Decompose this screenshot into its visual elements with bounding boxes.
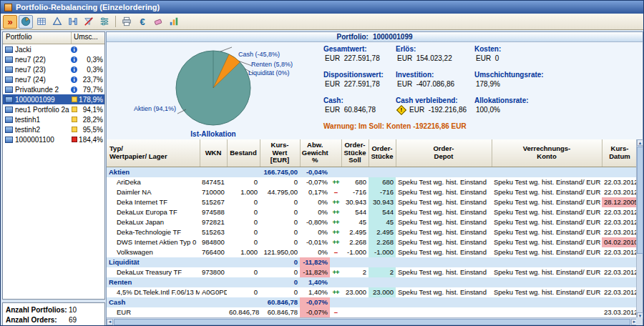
column-header[interactable]: Kurs- Wert [EUR] [260,139,300,167]
umschichtung-value: 0,3% [77,56,103,64]
umschichtung-column-header[interactable]: Umsc... [72,32,104,44]
portfolio-list-header[interactable]: Portfolio Umsc... [3,32,104,44]
abw-gewicht: 1,40% [300,287,330,297]
portfolios-count-value: 10 [69,306,77,314]
info-icon[interactable]: i [71,46,77,53]
column-header[interactable]: Order- Stücke [369,139,396,167]
info-icon[interactable]: i [71,56,77,63]
security-name: EUR [107,307,200,317]
portfolio-icon [5,76,13,83]
security-row[interactable]: DekaLux Japan97282100-0,80%++4545Speku T… [107,217,638,227]
portfolio-label: 1000001100 [15,136,72,144]
portfolio-item[interactable]: 1000001100184,4% [3,134,104,144]
order-stuecke [369,257,396,267]
security-row[interactable]: Volkswagen7664001.000121.950,000%---1.00… [107,247,638,257]
execute-orders-icon[interactable]: » [3,15,17,29]
info-icon[interactable]: i [71,66,77,73]
column-header[interactable]: Abw. Gewicht % [300,139,330,167]
kurs-datum [602,257,638,267]
table-header-row: Typ/ Wertpapier/ LagerWKNBestandKurs- We… [107,139,638,167]
kurs-datum: 23.03.2012 [602,307,638,317]
summary-panel: Gesamtwert:EUR 227.591,78Erlös:EUR 154.0… [323,45,642,130]
column-header[interactable]: WKN [200,139,227,167]
scroll-up-button[interactable]: ▲ [637,139,643,146]
abw-gewicht: 1,40% [300,277,330,287]
column-header[interactable] [330,139,341,167]
order-stuecke: 23.000 [369,287,396,297]
chart-icon[interactable] [167,15,181,29]
summary-value: !EUR -192.216,86 [396,106,474,114]
column-header[interactable]: Order- Stücke Soll [341,139,369,167]
column-header[interactable]: Typ/ Wertpapier/ Lager [107,139,200,167]
group-row[interactable]: Renten01,40% [107,277,638,287]
delta-icon[interactable] [50,15,64,29]
scrollbar-corner [636,317,643,325]
vertical-scrollbar[interactable]: ▲ ▼ [636,139,643,319]
security-name: Deka-Technologie TF [107,227,200,237]
portfolio-column-header[interactable]: Portfolio [3,32,72,44]
info-icon[interactable]: i [71,87,77,93]
group-row[interactable]: Aktien166.745,00-0,04% [107,167,638,178]
wkn [200,167,227,178]
group-name: Aktien [107,167,200,178]
security-row[interactable]: 4,5% Dt.Telek.Intl F.06/13 MTNA0G0PD001,… [107,287,638,297]
summary-value: EUR 154.023,22 [396,54,474,62]
group-row[interactable]: Liquidität0-11,82% [107,257,638,267]
wkn: 973800 [200,267,227,277]
positions-table-wrap: Typ/ Wertpapier/ LagerWKNBestandKurs- We… [107,139,638,319]
summary-label: Dispositionswert: [323,71,396,79]
pie-view-icon[interactable] [19,15,33,29]
vertical-scroll-thumb[interactable] [637,147,643,254]
kurs-datum: 22.03.2012 [602,247,638,257]
security-row[interactable]: DekaLux Europa TF974588000%++544544Speku… [107,207,638,217]
horizontal-scroll-thumb[interactable] [114,319,630,325]
portfolio-item[interactable]: neu1 Portfolio 2a94,1% [3,104,104,114]
verrechnungs-konto: Speku Test wg. hist. Einstand/ EUR [492,287,602,297]
kurswert: 0 [260,207,300,217]
column-header[interactable]: Verrechnungs- Konto [492,139,602,167]
column-header[interactable]: Bestand [227,139,260,167]
print-icon[interactable] [119,15,134,29]
portfolio-item[interactable]: Jackii [3,44,104,54]
summary-erloes: Erlös:EUR 154.023,22 [396,45,474,62]
portfolio-item[interactable]: 1000001099178,9% [3,94,104,104]
security-row[interactable]: DWS Internet Aktien Typ 098480000-0,01%+… [107,237,638,247]
warning-status-icon [72,127,77,132]
sliders-icon[interactable] [97,15,112,29]
security-row[interactable]: DekaLux Treasury TF97380000-11,82%++22Sp… [107,267,638,277]
umschichtung-value: 79,7% [77,86,103,94]
summary-investition: Investition:EUR -407.086,86 [396,71,474,88]
portfolio-item[interactable]: neu7 (23)i0,3% [3,64,104,74]
column-header[interactable]: Kurs- Datum [602,139,638,167]
window-title: Portfolio-Rebalancing (Einzelordering) [16,3,160,11]
abw-gewicht: -0,07% [300,297,330,307]
order-stuecke: -716 [369,187,396,197]
horizontal-scrollbar[interactable]: ◄ ► [107,317,638,325]
order-stuecke-soll [341,307,369,317]
group-row[interactable]: Cash60.846,78-0,07% [107,297,638,307]
pie-label-liquiditaet: Liquidität (0%) [248,69,290,76]
portfolio-item[interactable]: testinh295,5% [3,124,104,134]
security-row[interactable]: Deka-Technologie TF515263000%++2.4952.49… [107,227,638,237]
summary-value: 100,0% [474,106,642,114]
order-stuecke-soll: 23.000 [341,287,369,297]
table-view-icon[interactable] [34,15,49,29]
info-icon[interactable]: i [71,76,77,83]
portfolio-item[interactable]: neu7 (22)i0,3% [3,54,104,64]
title-bar[interactable]: Portfolio-Rebalancing (Einzelordering) [1,1,643,14]
security-row[interactable]: Deka Internet TF515267000%++30.94330.943… [107,197,638,207]
portfolio-item[interactable]: Privatkunde 2i79,7% [3,84,104,94]
portfolio-item[interactable]: testinh128,2% [3,114,104,124]
security-row[interactable]: EUR60.846,7860.846,78-0,07%–23.03.2012 [107,307,638,317]
compare-icon[interactable] [66,15,80,29]
eraser-icon[interactable] [151,15,165,29]
security-row[interactable]: Daimler NA7100001.00044.795,000,17%---71… [107,187,638,197]
column-header[interactable]: Order- Depot [396,139,492,167]
portfolio-icon [5,66,13,73]
scroll-left-button[interactable]: ◄ [107,319,113,325]
euro-icon[interactable]: € [135,15,150,29]
security-row[interactable]: AriDeka84745100-0,07%++680680Speku Test … [107,177,638,187]
filter-off-icon[interactable] [82,15,96,29]
portfolio-item[interactable]: neu7 (24)i23,7% [3,74,104,84]
order-depot: Speku Test wg. hist. Einstand [396,287,492,297]
